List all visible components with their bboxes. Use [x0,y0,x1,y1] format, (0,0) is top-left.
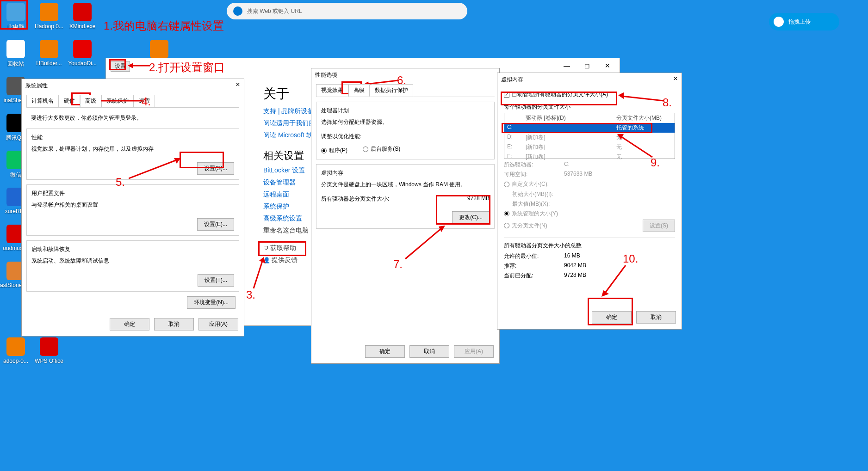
icon-label: Hadoop 0... [33,23,65,30]
dialog-title: 虚拟内存 [501,76,523,84]
close-icon[interactable]: ✕ [671,75,680,82]
search-placeholder: 搜索 Web 或键入 URL [247,7,302,15]
upload-pill[interactable]: 拖拽上传 [769,13,839,31]
feedback[interactable]: 提供反馈 [272,256,298,263]
cloud-icon [774,17,784,27]
app-icon [40,3,58,21]
icon-label: YoudaoDi... [67,60,98,67]
desktop-icon[interactable] [143,40,175,60]
upload-label: 拖拽上传 [788,18,811,26]
desktop-icon[interactable]: HBuilder... [33,40,65,67]
system-properties-dialog: 系统属性 ✕ 计算机名 硬件 高级 系统保护 远程 要进行大多数更改，你必须作为… [21,79,244,336]
selected-drive: C: [564,161,570,169]
admin-note: 要进行大多数更改，你必须作为管理员登录。 [22,108,244,124]
icon-label: 此电脑 [0,23,31,31]
help-icon: 🗨 [263,245,270,251]
performance-options-dialog: 性能选项 视觉效果 高级 数据执行保护 处理器计划 选择如何分配处理器资源。 调… [311,68,500,364]
tab-computer-name[interactable]: 计算机名 [26,95,59,107]
radio-programs[interactable]: 程序(P) [321,147,347,154]
app-icon [6,40,25,58]
annot-1: 1.我的电脑右键属性设置 [104,18,224,33]
user-profile-group: 用户配置文件 与登录帐户相关的桌面设置 设置(E)... [26,184,239,236]
available-space: 537633 MB [564,171,592,178]
drive-row[interactable]: F:[新加卷]无 [504,152,675,162]
tab-system-protection[interactable]: 系统保护 [101,95,134,107]
dialog-title: 性能选项 [315,71,337,79]
desktop-icon[interactable]: 此电脑 [0,3,31,31]
tab-hardware[interactable]: 硬件 [59,95,80,107]
auto-manage-checkbox[interactable]: ✓自动管理所有驱动器的分页文件大小(A) [504,91,608,98]
app-icon [40,337,58,356]
apply-button[interactable]: 应用(A) [198,318,238,330]
total-paging-size: 9728 MB [467,195,490,203]
processor-scheduling-group: 处理器计划 选择如何分配处理器资源。 调整以优化性能: 程序(P) 后台服务(S… [316,102,495,159]
drive-row[interactable]: D:[新加卷]无 [504,133,675,142]
app-icon [73,40,92,58]
radio-custom-size: 自定义大小(C): [504,180,549,188]
radio-no-paging: 无分页文件(N) [504,222,547,230]
drive-row[interactable]: E:[新加卷]无 [504,142,675,152]
cancel-button[interactable]: 取消 [154,318,194,330]
app-icon [6,337,25,356]
cancel-button[interactable]: 取消 [409,345,449,358]
app-icon [150,40,168,58]
cancel-button[interactable]: 取消 [636,311,676,324]
set-button: 设置(S) [643,220,675,232]
icon-label: adoop-0... [0,358,31,364]
recommended: 9042 MB [564,262,586,270]
desktop-icon[interactable]: WPS Office [33,337,65,364]
radio-background[interactable]: 后台服务(S) [363,145,400,153]
virtual-memory-dialog: 虚拟内存 ✕ ✓自动管理所有驱动器的分页文件大小(A) 每个驱动器的分页文件大小… [497,73,682,330]
icon-label: HBuilder... [33,60,65,67]
drive-row[interactable]: C:托管的系统 [504,123,675,133]
tab-advanced[interactable]: 高级 [348,84,370,97]
desktop-icon[interactable]: Hadoop 0... [33,3,65,30]
icon-label: 回收站 [0,60,31,68]
env-vars-button[interactable]: 环境变量(N)... [187,296,236,309]
app-icon [40,40,58,58]
ok-button[interactable]: 确定 [365,345,405,358]
startup-group: 启动和故障恢复 系统启动、系统故障和调试信息 设置(T)... [26,240,239,292]
desktop-icon[interactable]: adoop-0... [0,337,31,364]
tab-advanced[interactable]: 高级 [80,95,101,107]
perf-settings-button[interactable]: 设置(S)... [197,162,234,175]
edge-icon [233,6,242,16]
desktop-icon[interactable]: 回收站 [0,40,31,68]
profile-settings-button[interactable]: 设置(E)... [197,218,234,231]
currently-allocated: 9728 MB [564,272,586,280]
tab-dep[interactable]: 数据执行保护 [370,84,413,97]
desktop-icon[interactable]: XMind.exe [67,3,98,30]
tab-visual-effects[interactable]: 视觉效果 [316,84,348,97]
radio-system-managed: 系统管理的大小(Y) [504,210,675,218]
close-button[interactable]: ✕ [597,59,618,72]
close-icon[interactable]: ✕ [234,81,242,88]
virtual-memory-group: 虚拟内存 分页文件是硬盘上的一块区域，Windows 当作 RAM 使用。 所有… [316,164,495,229]
min-allowed: 16 MB [564,252,580,260]
dialog-title: 系统属性 [25,82,48,90]
search-box[interactable]: 搜索 Web 或键入 URL [227,3,467,19]
get-help[interactable]: 获取帮助 [270,244,296,251]
app-icon [73,3,92,21]
startup-settings-button[interactable]: 设置(T)... [198,274,234,287]
change-vm-button[interactable]: 更改(C)... [452,211,490,224]
apply-button[interactable]: 应用(A) [454,345,494,358]
ok-button[interactable]: 确定 [110,318,149,330]
window-controls: — ◻ ✕ [557,59,618,72]
app-icon [6,3,25,21]
performance-group: 性能 视觉效果，处理器计划，内存使用，以及虚拟内存 设置(S)... [26,128,239,180]
icon-label: WPS Office [33,358,65,364]
tab-remote[interactable]: 远程 [134,95,155,107]
icon-label: XMind.exe [67,23,98,30]
desktop-icon[interactable]: YoudaoDi... [67,40,98,67]
minimize-button[interactable]: — [557,59,577,72]
ok-button[interactable]: 确定 [592,311,632,324]
settings-back[interactable]: 设置 [111,61,130,72]
maximize-button[interactable]: ◻ [577,59,597,72]
drive-list: 驱动器 [卷标](D)分页文件大小(MB) C:托管的系统D:[新加卷]无E:[… [504,113,675,159]
feedback-icon: 👤 [263,257,272,263]
